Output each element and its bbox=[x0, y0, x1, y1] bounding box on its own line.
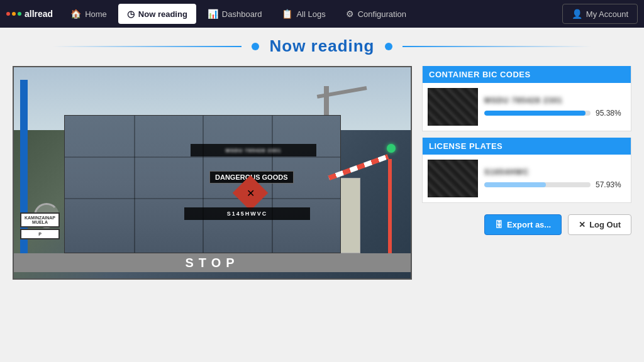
export-icon: 🗄 bbox=[495, 220, 503, 229]
license-plates-code: S1654HWC bbox=[484, 168, 626, 177]
license-plates-bar-bg bbox=[484, 182, 591, 187]
bottom-buttons: 🗄 Export as... ✕ Log Out bbox=[422, 214, 631, 235]
nav-tab-home[interactable]: 🏠 Home bbox=[62, 4, 116, 24]
plate-bar: S145HWVC bbox=[184, 207, 310, 220]
license-plates-card: LICENSE PLATES S1654HWC 57.93% bbox=[422, 138, 631, 203]
nav-tab-dashboard-label: Dashboard bbox=[222, 9, 262, 19]
traffic-gate-pole bbox=[388, 159, 392, 253]
truck-line-h2 bbox=[65, 198, 340, 199]
camera-container: KAMINZAINAPMUELA P MSDU 785428 2301 bbox=[13, 66, 412, 280]
container-bic-info: MSDU 785428 2301 95.38% bbox=[484, 96, 626, 118]
sign-box-1: KAMINZAINAPMUELA bbox=[20, 212, 60, 228]
account-button[interactable]: 👤 My Account bbox=[562, 4, 638, 24]
license-plates-body: S1654HWC 57.93% bbox=[423, 155, 631, 202]
road-text: STOP bbox=[185, 256, 239, 270]
license-plates-info: S1654HWC 57.93% bbox=[484, 168, 626, 189]
truck-line-v3 bbox=[272, 116, 273, 253]
export-button[interactable]: 🗄 Export as... bbox=[484, 214, 562, 235]
dashboard-icon: 📊 bbox=[208, 9, 218, 19]
container-bic-code: MSDU 785428 2301 bbox=[484, 96, 626, 105]
main-row: KAMINZAINAPMUELA P MSDU 785428 2301 bbox=[13, 66, 631, 280]
page-title: Now reading bbox=[269, 36, 374, 56]
road-marking: STOP bbox=[14, 253, 411, 272]
container-bic-confidence-value: 95.38% bbox=[596, 109, 626, 118]
license-plates-thumbnail bbox=[428, 160, 478, 197]
logo-dot-green bbox=[18, 12, 21, 16]
export-label: Export as... bbox=[507, 220, 551, 229]
nav-tab-dashboard[interactable]: 📊 Dashboard bbox=[199, 4, 271, 24]
logo-dot-orange bbox=[12, 12, 16, 16]
license-plates-confidence-row: 57.93% bbox=[484, 180, 626, 189]
truck-line-v1 bbox=[134, 116, 135, 253]
sign-group: KAMINZAINAPMUELA P bbox=[20, 212, 60, 241]
license-plates-confidence-value: 57.93% bbox=[596, 180, 626, 189]
home-icon: 🏠 bbox=[70, 9, 81, 19]
logo-dots bbox=[6, 12, 21, 16]
all-logs-icon: 📋 bbox=[282, 9, 292, 19]
nav-tab-configuration[interactable]: ⚙ Configuration bbox=[337, 4, 415, 24]
title-line-right bbox=[402, 46, 591, 47]
title-dot-left bbox=[252, 43, 259, 50]
container-bic-blur bbox=[428, 88, 478, 126]
sign-box-2: P bbox=[20, 229, 60, 239]
traffic-light bbox=[387, 144, 396, 153]
account-label: My Account bbox=[586, 9, 628, 19]
container-bic-thumbnail bbox=[428, 88, 478, 126]
logo-text: allread bbox=[25, 9, 53, 19]
logout-button[interactable]: ✕ Log Out bbox=[568, 214, 631, 235]
container-code-text: MSDU 785428 2301 bbox=[226, 148, 282, 153]
logo-dot-red bbox=[6, 12, 10, 16]
page-title-row: Now reading bbox=[13, 36, 631, 56]
truck-line-v2 bbox=[203, 116, 204, 253]
nav-tab-home-label: Home bbox=[85, 9, 107, 19]
container-bic-confidence-row: 95.38% bbox=[484, 109, 626, 118]
account-icon: 👤 bbox=[572, 9, 582, 19]
nav-tab-now-reading[interactable]: ◷ Now reading bbox=[118, 4, 196, 24]
container-bic-card: CONTAINER BIC CODES MSDU 785428 2301 95.… bbox=[422, 66, 631, 131]
container-bic-bar-bg bbox=[484, 111, 591, 116]
configuration-icon: ⚙ bbox=[346, 9, 354, 19]
license-plates-blur bbox=[428, 160, 478, 197]
page-content: Now reading KAMINZAINAPMUELA bbox=[0, 28, 644, 288]
container-lines bbox=[65, 116, 340, 253]
plate-bar-text: S145HWVC bbox=[227, 211, 268, 217]
container-bic-header: CONTAINER BIC CODES bbox=[423, 66, 631, 83]
navbar: allread 🏠 Home ◷ Now reading 📊 Dashboard… bbox=[0, 0, 644, 28]
camera-feed: KAMINZAINAPMUELA P MSDU 785428 2301 bbox=[14, 67, 411, 278]
container-code-bar: MSDU 785428 2301 bbox=[191, 144, 316, 156]
license-plates-bar-fill bbox=[484, 182, 546, 187]
license-plates-header: LICENSE PLATES bbox=[423, 138, 631, 155]
container-bic-body: MSDU 785428 2301 95.38% bbox=[423, 83, 631, 131]
truck-line-h1 bbox=[65, 156, 340, 158]
title-dot-right bbox=[385, 43, 392, 50]
truck-body: MSDU 785428 2301 DANGEROUS GOODS ✕ S145H… bbox=[64, 115, 341, 253]
nav-tab-all-logs-label: All Logs bbox=[296, 9, 325, 19]
now-reading-icon: ◷ bbox=[127, 9, 135, 19]
app-logo: allread bbox=[6, 9, 53, 19]
logout-icon: ✕ bbox=[579, 220, 586, 229]
container-bic-bar-fill bbox=[484, 111, 586, 116]
nav-tab-all-logs[interactable]: 📋 All Logs bbox=[273, 4, 334, 24]
nav-tab-configuration-label: Configuration bbox=[358, 9, 406, 19]
logout-label: Log Out bbox=[589, 220, 621, 229]
right-panel: CONTAINER BIC CODES MSDU 785428 2301 95.… bbox=[422, 66, 631, 235]
title-line-left bbox=[53, 46, 242, 47]
nav-tab-now-reading-label: Now reading bbox=[138, 9, 187, 19]
